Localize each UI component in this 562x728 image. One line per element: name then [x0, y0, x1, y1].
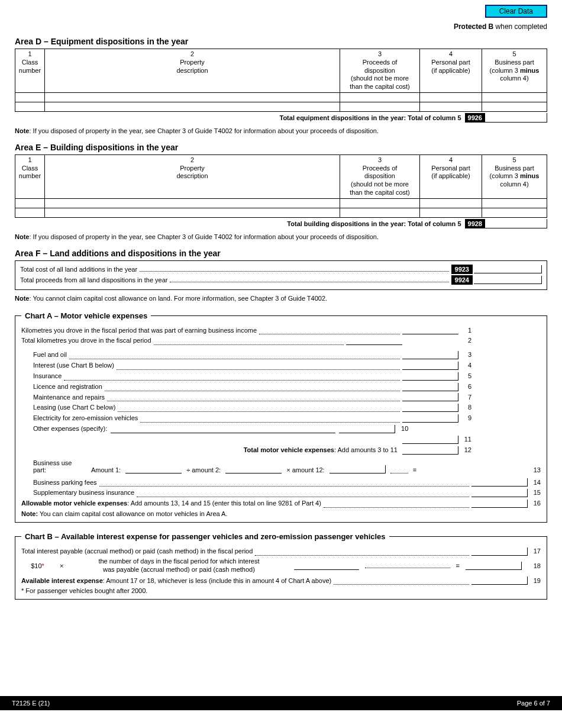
chart-b-footnote: * For passenger vehicles bought after 20…: [21, 587, 541, 594]
area-e-total-label: Total building dispositions in the year:…: [15, 220, 465, 227]
area-f-input2[interactable]: [474, 276, 542, 284]
clear-data-button[interactable]: Clear Data: [485, 5, 547, 18]
area-f-input1[interactable]: [474, 265, 542, 273]
chart-a-amount1[interactable]: [125, 465, 182, 473]
area-e-title: Area E – Building dispositions in the ye…: [15, 143, 547, 152]
chart-a-input-7[interactable]: [402, 393, 458, 401]
chart-a-input-11[interactable]: [402, 436, 458, 444]
chart-a-input-15[interactable]: [471, 489, 528, 497]
form-id: T2125 E (21): [12, 700, 50, 707]
chart-a-input-4[interactable]: [402, 362, 458, 370]
chart-a-input-1[interactable]: [402, 326, 458, 334]
area-e-note: Note: If you disposed of property in the…: [15, 233, 547, 240]
chart-a-input-12[interactable]: [402, 446, 458, 455]
page-footer: T2125 E (21) Page 6 of 7: [0, 696, 562, 710]
chart-a-note: Note: You can claim capital cost allowan…: [21, 510, 541, 517]
chart-a-input-6[interactable]: [402, 383, 458, 391]
chart-a-input-9[interactable]: [402, 414, 458, 423]
area-d-cell[interactable]: [15, 92, 45, 102]
area-e-table: 1Classnumber 2Propertydescription 3Proce…: [15, 154, 547, 218]
chart-a-amount12[interactable]: [330, 465, 386, 473]
chart-b-title: Chart B – Available interest expense for…: [21, 532, 389, 541]
area-d-total-input[interactable]: [485, 113, 547, 123]
chart-a-input-16[interactable]: [471, 500, 528, 508]
chart-a: Chart A – Motor vehicle expenses Kilomet…: [15, 311, 547, 523]
area-d-total-label: Total equipment dispositions in the year…: [15, 114, 465, 121]
area-f-line2: Total proceeds from all land disposition…: [20, 276, 167, 284]
chart-b: Chart B – Available interest expense for…: [15, 532, 547, 600]
chart-a-input-8[interactable]: [402, 404, 458, 412]
area-d-total-code: 9926: [465, 113, 485, 123]
area-d-note: Note: If you disposed of property in the…: [15, 127, 547, 134]
area-d-title: Area D – Equipment dispositions in the y…: [15, 37, 547, 46]
chart-b-input-17[interactable]: [471, 547, 528, 556]
chart-a-input-3[interactable]: [402, 351, 458, 359]
area-f-code2: 9924: [451, 275, 473, 285]
chart-a-input-2[interactable]: [346, 337, 402, 345]
area-f-code1: 9923: [451, 265, 473, 274]
chart-a-other-specify[interactable]: [111, 425, 335, 433]
page-number: Page 6 of 7: [517, 700, 550, 707]
protected-label: Protected B when completed: [15, 22, 547, 31]
chart-b-input-18[interactable]: [466, 562, 522, 570]
chart-a-amount2[interactable]: [225, 465, 282, 473]
area-f-title: Area F – Land additions and dispositions…: [15, 249, 547, 258]
chart-b-input-19[interactable]: [471, 576, 528, 585]
area-d-table: 1Classnumber 2Propertydescription 3Proce…: [15, 49, 547, 112]
area-e-total-input[interactable]: [485, 219, 547, 228]
area-e-total-code: 9928: [465, 219, 485, 228]
chart-b-days-input[interactable]: [294, 562, 359, 570]
chart-a-input-14[interactable]: [471, 478, 528, 487]
chart-a-input-10[interactable]: [339, 425, 395, 433]
area-f-line1: Total cost of all land additions in the …: [20, 266, 137, 273]
chart-a-input-5[interactable]: [402, 372, 458, 381]
chart-a-title: Chart A – Motor vehicle expenses: [21, 311, 151, 320]
area-f-note: Note: You cannot claim capital cost allo…: [15, 295, 547, 302]
